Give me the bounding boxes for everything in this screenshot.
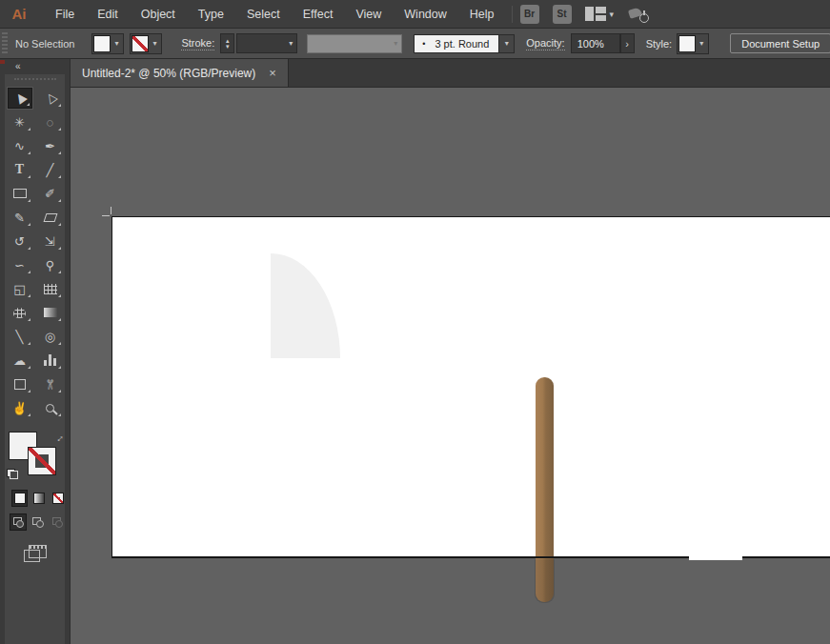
rectangle-tool[interactable] <box>8 183 32 204</box>
menu-item-select[interactable]: Select <box>235 0 292 29</box>
menu-item-effect[interactable]: Effect <box>292 0 345 29</box>
slice-tool[interactable]: ✄ <box>38 373 63 394</box>
selection-tool[interactable]: ▶ <box>8 88 32 109</box>
change-screen-mode-button[interactable] <box>24 545 47 562</box>
white-shape-over-artboard-edge[interactable] <box>689 552 742 560</box>
eyedropper-icon: ╲ <box>16 330 24 344</box>
rotate-tool[interactable]: ↺ <box>8 231 32 252</box>
chevron-down-icon[interactable]: ▾ <box>610 10 615 19</box>
menu-separator <box>512 6 513 23</box>
stepper-down-icon[interactable]: ▾ <box>226 44 230 50</box>
stroke-swatch[interactable] <box>132 35 149 52</box>
paintbrush-tool[interactable]: ✐ <box>38 183 63 204</box>
stroke-weight-label[interactable]: Stroke: <box>181 37 214 50</box>
menu-item-help[interactable]: Help <box>458 0 506 29</box>
hand-tool[interactable]: ✌ <box>8 397 32 418</box>
line-segment-tool[interactable]: ╱ <box>38 159 63 180</box>
column-graph-icon <box>44 354 57 366</box>
shaper-icon: ✎ <box>14 211 25 225</box>
column-graph-tool[interactable] <box>38 350 63 371</box>
color-button[interactable] <box>12 491 27 506</box>
gradient-button[interactable] <box>31 491 46 506</box>
document-tab[interactable]: Untitled-2* @ 50% (RGB/Preview) × <box>71 59 289 87</box>
stock-button[interactable]: St <box>553 5 572 24</box>
pen-tool[interactable]: ✒ <box>38 135 63 156</box>
magic-wand-icon: ✳ <box>14 115 25 130</box>
menu-item-view[interactable]: View <box>344 0 393 29</box>
chevron-down-icon: ▾ <box>696 39 707 48</box>
curvature-tool[interactable]: ∿ <box>8 135 32 156</box>
zoom-tool[interactable] <box>38 397 63 418</box>
fill-swatch[interactable] <box>93 35 111 52</box>
puppet-warp-tool[interactable]: ⚲ <box>38 254 63 275</box>
artboard-tool[interactable] <box>8 373 32 394</box>
shape-builder-tool[interactable]: ◱ <box>8 278 32 299</box>
rotate-icon: ↺ <box>14 234 25 249</box>
direct-selection-tool[interactable]: ▷ <box>38 88 63 109</box>
stroke-color-dropdown[interactable]: ▾ <box>130 33 162 54</box>
opacity-input[interactable]: 100% <box>571 33 620 53</box>
symbol-sprayer-tool[interactable]: ☁ <box>8 350 32 371</box>
perspective-grid-tool[interactable] <box>38 278 63 299</box>
color-icon <box>14 493 26 504</box>
type-tool[interactable]: T <box>8 159 32 180</box>
pen-icon: ✒ <box>45 139 55 153</box>
magic-wand-tool[interactable]: ✳ <box>8 111 32 132</box>
eyedropper-tool[interactable]: ╲ <box>8 326 32 347</box>
bridge-button[interactable]: Br <box>520 5 539 24</box>
gradient-tool[interactable] <box>38 302 63 323</box>
close-tab-icon[interactable]: × <box>269 66 276 80</box>
stroke-weight-stepper[interactable]: ▴ ▾ <box>220 33 234 53</box>
width-tool[interactable]: ∽ <box>8 254 32 275</box>
mesh-tool[interactable] <box>8 302 32 323</box>
style-dropdown[interactable]: ▾ <box>677 33 709 54</box>
stroke-weight-dropdown[interactable]: ▾ <box>236 33 297 53</box>
swap-fill-stroke-icon[interactable]: ↔ <box>51 430 66 445</box>
stroke-color-swatch[interactable] <box>28 447 56 475</box>
brush-definition-chevron[interactable]: ▾ <box>499 34 515 53</box>
draw-normal-button[interactable] <box>10 514 26 530</box>
document-setup-button[interactable]: Document Setup <box>730 33 830 53</box>
gpu-performance-icon[interactable] <box>629 6 650 23</box>
menu-item-window[interactable]: Window <box>393 0 457 29</box>
control-bar-grip[interactable] <box>2 32 8 55</box>
lasso-tool[interactable]: ◌ <box>38 111 63 132</box>
menu-item-object[interactable]: Object <box>130 0 187 29</box>
none-slash-icon <box>29 448 55 474</box>
draw-inside-button[interactable] <box>50 514 65 530</box>
none-button[interactable] <box>51 491 65 506</box>
workspace-layout-icon[interactable] <box>585 7 606 21</box>
tools-panel-grip[interactable] <box>14 78 56 80</box>
menu-item-type[interactable]: Type <box>187 0 235 29</box>
default-fill-stroke-icon[interactable] <box>7 469 18 479</box>
rectangle-icon <box>13 189 27 198</box>
style-swatch[interactable] <box>678 35 696 52</box>
menu-item-edit[interactable]: Edit <box>86 0 130 29</box>
draw-behind-button[interactable] <box>30 514 45 530</box>
tools-grid: ▶▷✳◌∿✒T╱✐✎↺⇲∽⚲◱╲◎☁✄✌ <box>5 88 65 418</box>
type-icon: T <box>15 162 24 177</box>
line-segment-icon: ╱ <box>47 163 54 177</box>
drawing-mode-buttons <box>10 514 65 530</box>
fill-color-dropdown[interactable]: ▾ <box>91 33 124 54</box>
menu-item-file[interactable]: File <box>44 0 86 29</box>
opacity-expand-icon[interactable]: › <box>620 33 635 53</box>
main-area: « ▶▷✳◌∿✒T╱✐✎↺⇲∽⚲◱╲◎☁✄✌ ↔ <box>0 59 830 644</box>
chevron-down-icon: ▾ <box>390 39 401 48</box>
opacity-label[interactable]: Opacity: <box>526 37 564 50</box>
scale-tool[interactable]: ⇲ <box>38 231 63 252</box>
color-type-buttons <box>12 491 65 506</box>
variable-width-dropdown: ▾ <box>307 34 402 53</box>
tools-panel-header: « <box>0 59 70 73</box>
stick-outside-artboard-shade <box>535 559 555 603</box>
artboard[interactable] <box>111 216 830 557</box>
document-area: Untitled-2* @ 50% (RGB/Preview) × <box>71 59 830 644</box>
symbol-sprayer-icon: ☁ <box>13 353 26 368</box>
collapse-panel-button[interactable]: « <box>15 61 20 71</box>
eraser-tool[interactable] <box>38 207 63 228</box>
brush-definition-dropdown[interactable]: • 3 pt. Round <box>414 34 499 53</box>
shaper-tool[interactable]: ✎ <box>8 207 32 228</box>
blend-tool[interactable]: ◎ <box>38 326 63 347</box>
canvas[interactable] <box>71 88 830 644</box>
curvature-icon: ∿ <box>14 139 25 153</box>
